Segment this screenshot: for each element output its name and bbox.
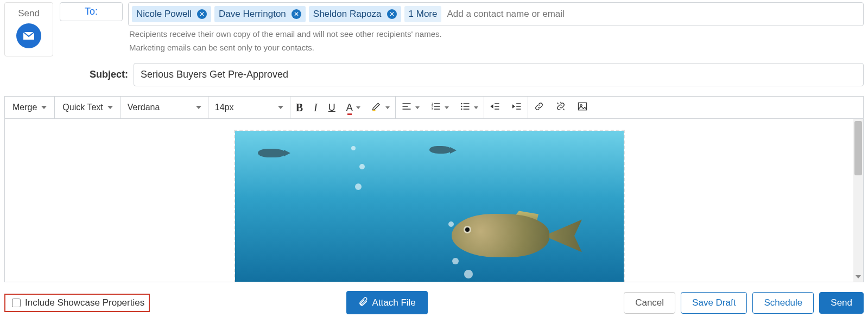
image-icon (577, 101, 588, 114)
attach-file-label: Attach File (372, 297, 416, 308)
chevron-down-icon (196, 106, 201, 109)
underline-letter: U (328, 102, 335, 113)
highlight-button[interactable] (366, 97, 395, 118)
remove-recipient-icon[interactable]: ✕ (292, 9, 301, 19)
font-family-select[interactable]: Verdana (121, 97, 208, 118)
highlight-icon (371, 101, 382, 114)
attach-file-button[interactable]: Attach File (346, 291, 428, 314)
recipient-chip-label: Sheldon Rapoza (313, 9, 382, 20)
to-button[interactable]: To: (60, 2, 123, 21)
remove-recipient-icon[interactable]: ✕ (387, 9, 397, 19)
svg-rect-6 (578, 103, 586, 110)
subject-input[interactable] (134, 63, 864, 86)
more-recipients-chip[interactable]: 1 More (404, 6, 442, 22)
editor-scrollbar[interactable] (853, 119, 863, 282)
chevron-down-icon (278, 106, 283, 109)
schedule-button[interactable]: Schedule (752, 292, 814, 314)
send-panel-label: Send (15, 8, 43, 19)
insert-image-button[interactable] (572, 97, 593, 118)
merge-label: Merge (12, 103, 37, 112)
recipients-field[interactable]: Nicole Powell ✕ Dave Herrington ✕ Sheldo… (128, 2, 864, 26)
hero-image (235, 131, 624, 282)
unordered-list-button[interactable] (454, 97, 484, 118)
recipients-hint-1: Recipients receive their own copy of the… (129, 28, 864, 40)
recipient-chip-label: Nicole Powell (136, 9, 192, 20)
save-draft-button[interactable]: Save Draft (681, 292, 747, 314)
chevron-down-icon (41, 106, 47, 109)
chevron-down-icon (107, 106, 113, 109)
remove-recipient-icon[interactable]: ✕ (197, 9, 207, 19)
quick-text-label: Quick Text (62, 103, 103, 112)
outdent-button[interactable] (484, 97, 506, 118)
remove-link-button[interactable] (550, 97, 572, 118)
align-icon (401, 101, 412, 114)
chevron-down-icon (385, 106, 390, 109)
mail-icon (16, 23, 41, 48)
chevron-down-icon (474, 106, 478, 109)
svg-point-4 (461, 106, 462, 107)
send-button[interactable]: Send (819, 292, 864, 314)
merge-dropdown[interactable]: Merge (5, 97, 54, 118)
underline-button[interactable]: U (323, 97, 341, 118)
chevron-down-icon (415, 106, 420, 109)
svg-text:3: 3 (431, 107, 433, 111)
ordered-list-icon: 123 (430, 101, 441, 114)
outdent-icon (490, 101, 500, 114)
more-recipients-label: 1 More (409, 9, 438, 20)
insert-link-button[interactable] (528, 97, 550, 118)
svg-point-3 (461, 103, 462, 105)
font-color-button[interactable]: A (341, 97, 366, 118)
cancel-button[interactable]: Cancel (624, 292, 675, 314)
add-recipient-input[interactable] (445, 5, 860, 23)
paperclip-icon (358, 296, 372, 309)
content-image-frame[interactable] (234, 130, 625, 282)
editor-toolbar: Merge Quick Text Verdana 14px B I U A (4, 96, 864, 118)
recipient-chip[interactable]: Dave Herrington ✕ (214, 6, 306, 22)
font-size-select[interactable]: 14px (208, 97, 290, 118)
include-showcase-checkbox[interactable]: Include Showcase Properties (4, 294, 150, 312)
font-family-value: Verdana (128, 103, 160, 112)
link-icon (534, 101, 544, 114)
align-button[interactable] (396, 97, 425, 118)
chevron-down-icon (445, 106, 449, 109)
editor-body[interactable] (5, 119, 853, 282)
ordered-list-button[interactable]: 123 (425, 97, 454, 118)
unlink-icon (555, 101, 566, 114)
font-size-value: 14px (215, 103, 234, 112)
chevron-down-icon (356, 106, 360, 109)
include-showcase-input[interactable] (12, 299, 21, 307)
subject-label: Subject: (60, 69, 128, 80)
send-panel[interactable]: Send (4, 2, 53, 56)
italic-button[interactable]: I (308, 97, 323, 118)
include-showcase-label: Include Showcase Properties (25, 297, 144, 308)
bold-button[interactable]: B (290, 97, 308, 118)
recipient-chip[interactable]: Sheldon Rapoza ✕ (309, 6, 401, 22)
font-color-icon: A (346, 102, 353, 113)
quick-text-dropdown[interactable]: Quick Text (55, 97, 120, 118)
scroll-down-icon[interactable] (853, 272, 863, 282)
unordered-list-icon (460, 101, 471, 114)
recipient-chip[interactable]: Nicole Powell ✕ (132, 6, 211, 22)
recipients-hint-2: Marketing emails can be sent only to you… (129, 42, 864, 53)
scrollbar-thumb[interactable] (854, 121, 862, 175)
svg-point-5 (461, 109, 462, 110)
indent-icon (511, 101, 522, 114)
indent-button[interactable] (506, 97, 528, 118)
recipient-chip-label: Dave Herrington (219, 9, 286, 20)
